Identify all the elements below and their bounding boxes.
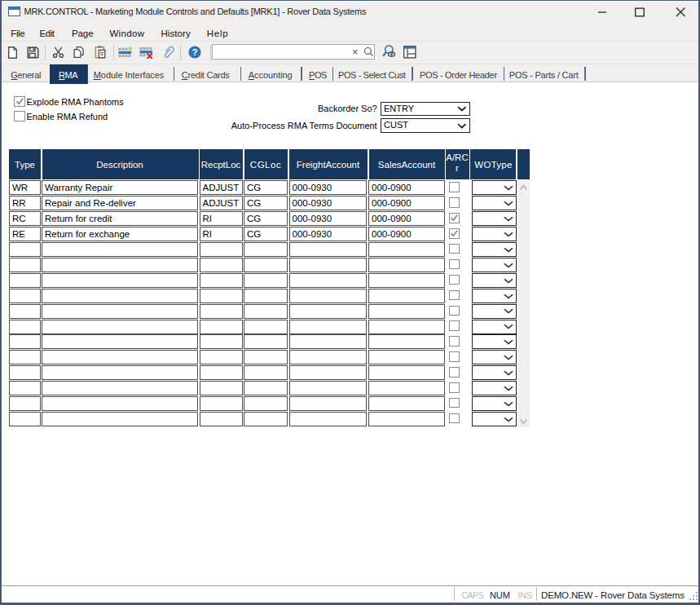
svg-text:?: ? <box>192 47 197 57</box>
